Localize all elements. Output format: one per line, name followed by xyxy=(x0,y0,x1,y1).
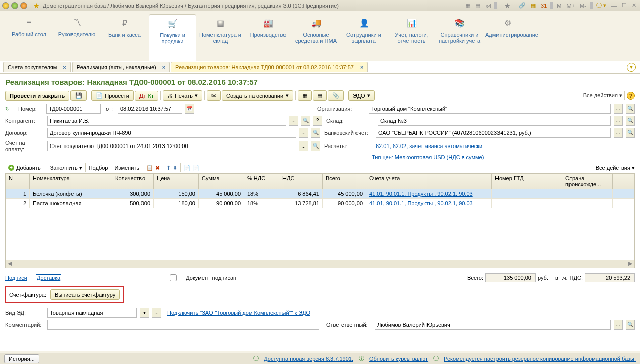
col-vat[interactable]: НДС xyxy=(279,174,323,189)
attach-button[interactable]: 📎 xyxy=(328,90,344,101)
pricetype-link[interactable]: Тип цен: Мелкооптовая USD (НДС в сумме) xyxy=(372,154,484,160)
lookup-icon[interactable]: ... xyxy=(614,116,623,126)
m-plus-btn[interactable]: M+ xyxy=(565,3,577,9)
fill-button[interactable]: Заполнить ▾ xyxy=(50,165,82,171)
edo-button[interactable]: ЭДО ▾ xyxy=(348,90,375,101)
comment-field[interactable] xyxy=(47,320,319,330)
responsible-field[interactable]: Любимов Валерий Юрьевич xyxy=(375,320,611,330)
close-icon[interactable]: × xyxy=(162,64,165,70)
col-total[interactable]: Всего xyxy=(323,174,366,189)
col-vat-percent[interactable]: % НДС xyxy=(244,174,279,189)
email-button[interactable]: ✉ xyxy=(207,90,221,101)
col-sum[interactable]: Сумма xyxy=(199,174,244,189)
lookup-icon[interactable]: ... xyxy=(299,128,308,138)
calculator-icon[interactable]: ▦ xyxy=(529,2,537,9)
ed-type-field[interactable]: Товарная накладная xyxy=(47,308,137,318)
down-icon[interactable]: ⬇ xyxy=(173,165,177,171)
lookup-icon[interactable]: ... xyxy=(614,320,623,330)
report-button[interactable]: ▦ xyxy=(298,90,312,101)
new-version-link[interactable]: Доступна новая версия 8.3.7.1901. xyxy=(264,356,353,362)
date-field[interactable]: 08.02.2016 10:37:57 xyxy=(118,104,182,114)
rates-link[interactable]: Обновить курсы валют xyxy=(369,356,428,362)
tool-icon[interactable]: ▤ xyxy=(474,2,482,9)
dropdown-icon[interactable]: ▾ xyxy=(140,308,149,318)
col-qty[interactable]: Количество xyxy=(112,174,154,189)
nav-assets[interactable]: 🚚Основные средства и НМА xyxy=(292,14,340,61)
close-icon[interactable]: × xyxy=(63,64,66,70)
info-icon[interactable]: ⓘ ▾ xyxy=(595,2,608,9)
minimize-icon[interactable]: — xyxy=(610,3,618,9)
col-price[interactable]: Цена xyxy=(154,174,199,189)
doc-signed-checkbox[interactable] xyxy=(170,274,177,281)
save-button[interactable]: 💾 xyxy=(70,90,87,101)
search-icon[interactable]: 🔍 xyxy=(626,128,635,138)
star-icon[interactable]: ★ xyxy=(503,2,512,10)
grid-scrollbar[interactable]: ◀▶ xyxy=(6,260,634,268)
nav-hr[interactable]: 👤Сотрудники и зарплата xyxy=(340,14,388,61)
counterparty-field[interactable]: Никитаева И.В. xyxy=(47,116,286,126)
nav-desktop[interactable]: ≡Рабочий стол xyxy=(5,14,53,61)
calc-link[interactable]: 62.01, 62.02, зачет аванса автоматически xyxy=(376,143,482,149)
add-button[interactable]: +Добавить xyxy=(5,164,44,172)
contract-field[interactable]: Договор купли-продажи НЧ-890 xyxy=(47,128,296,138)
tab-realization-list[interactable]: Реализация (акты, накладные)× xyxy=(72,62,170,72)
tab-realization-doc[interactable]: Реализация товаров: Накладная ТД00-00000… xyxy=(171,62,368,72)
search-icon[interactable]: 🔍 xyxy=(626,116,635,126)
accounts-link[interactable]: 41.01, 90.01.1, Продукты , 90.02.1, 90.0… xyxy=(369,200,473,206)
nav-admin[interactable]: ⚙Администрирование xyxy=(483,14,531,61)
create-based-button[interactable]: Создать на основании ▾ xyxy=(222,90,293,101)
delivery-link[interactable]: Доставка xyxy=(36,274,61,281)
close-icon[interactable]: ✕ xyxy=(630,2,638,9)
tool-icon[interactable]: 🗟 xyxy=(484,3,492,9)
copy-icon[interactable]: 📄 xyxy=(184,165,191,171)
circle-icon[interactable] xyxy=(2,2,9,9)
pick-button[interactable]: Подбор xyxy=(89,165,108,171)
print-button[interactable]: 🖨 Печать ▾ xyxy=(163,90,202,101)
delete-row-icon[interactable]: ✖ xyxy=(155,165,160,171)
lookup-icon[interactable]: ... xyxy=(614,104,623,114)
accounts-link[interactable]: 41.01, 90.01.1, Продукты , 90.02.1, 90.0… xyxy=(369,191,473,197)
invoice-ref-field[interactable]: Счет покупателю ТД00-000001 от 24.01.201… xyxy=(47,141,296,151)
col-accounts[interactable]: Счета учета xyxy=(366,174,492,189)
tool-icon[interactable]: 🔗 xyxy=(517,2,527,9)
calendar-icon[interactable]: 📅 xyxy=(185,104,194,114)
post-button[interactable]: 📄 Провести xyxy=(91,90,134,101)
up-icon[interactable]: ⬆ xyxy=(166,165,171,171)
lookup-icon[interactable]: ... xyxy=(614,128,623,138)
tab-invoices[interactable]: Счета покупателям× xyxy=(3,62,71,72)
signatures-link[interactable]: Подписи xyxy=(5,275,27,281)
table-row[interactable]: 1 Белочка (конфеты) 300,000 150,00 45 00… xyxy=(6,189,634,199)
dt-kt-button[interactable]: ДтКт xyxy=(135,91,158,101)
tool-icon[interactable]: ▦ xyxy=(464,2,472,9)
nav-production[interactable]: 🏭Производство xyxy=(244,14,292,61)
post-and-close-button[interactable]: Провести и закрыть xyxy=(5,91,69,101)
search-icon[interactable]: 🔍 xyxy=(311,141,320,151)
col-country[interactable]: Страна происхожде... xyxy=(562,174,613,189)
search-icon[interactable]: 🔍 xyxy=(626,104,635,114)
backup-link[interactable]: Рекомендуется настроить резервное копиро… xyxy=(444,356,636,362)
nav-management[interactable]: 〽Руководителю xyxy=(53,14,101,61)
paste-icon[interactable]: 📄 xyxy=(193,165,200,171)
nav-sales[interactable]: 🛒Покупки и продажи xyxy=(149,14,196,61)
lookup-icon[interactable]: ... xyxy=(289,116,298,126)
table-row[interactable]: 2 Паста шоколадная 500,000 180,00 90 000… xyxy=(6,199,634,208)
all-actions-button[interactable]: Все действия ▾ xyxy=(596,165,635,171)
warehouse-field[interactable]: Склад №3 xyxy=(378,116,611,126)
help-icon[interactable]: ? xyxy=(313,116,322,126)
org-field[interactable]: Торговый дом "Комплексный" xyxy=(369,104,611,114)
bank-field[interactable]: ОАО "СБЕРБАНК РОССИИ" (40702810600023341… xyxy=(376,128,611,138)
tabs-dropdown[interactable]: ▼ xyxy=(627,63,636,72)
list-button[interactable]: ▤ xyxy=(313,90,327,101)
lookup-icon[interactable]: ... xyxy=(152,308,161,318)
m-btn[interactable]: M xyxy=(555,3,563,9)
m-minus-btn[interactable]: M- xyxy=(578,3,588,9)
search-icon[interactable]: 🔍 xyxy=(626,320,635,330)
nav-bank[interactable]: ₽Банк и касса xyxy=(101,14,149,61)
refresh-icon[interactable]: ↻ xyxy=(5,106,15,112)
search-icon[interactable]: 🔍 xyxy=(301,116,310,126)
change-button[interactable]: Изменить xyxy=(114,165,139,171)
nav-directories[interactable]: 📚Справочники и настройки учета xyxy=(436,14,483,61)
help-icon[interactable]: ? xyxy=(627,92,635,100)
search-icon[interactable]: 🔍 xyxy=(311,128,320,138)
lookup-icon[interactable]: ... xyxy=(299,141,308,151)
